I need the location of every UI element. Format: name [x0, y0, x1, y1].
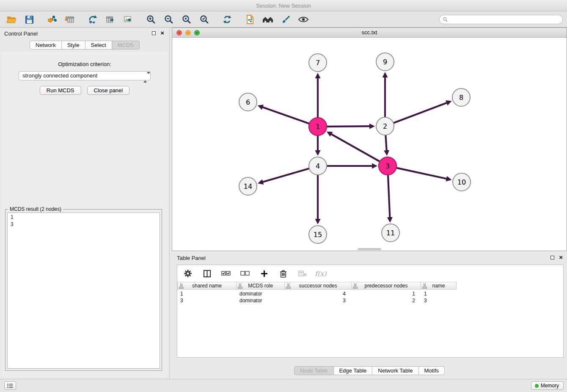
style-brush-button[interactable] [279, 13, 292, 26]
tab-network[interactable]: Network [30, 41, 62, 50]
arrowhead-1-7 [315, 73, 321, 78]
tab-select[interactable]: Select [85, 41, 112, 50]
save-session-button[interactable] [23, 13, 36, 26]
tab-mcds[interactable]: MCDS [112, 41, 140, 50]
import-network-button[interactable] [46, 13, 58, 26]
table-delete-icon [298, 270, 307, 277]
window-zoom-icon[interactable]: + [194, 30, 200, 36]
table-cell[interactable]: 3 [177, 298, 237, 304]
table-cell[interactable]: dominator [237, 291, 285, 297]
document-network-icon [245, 14, 255, 25]
node-label-15: 15 [314, 231, 322, 239]
control-panel-title: Control Panel [4, 30, 38, 37]
run-mcds-button[interactable]: Run MCDS [40, 86, 81, 95]
column-header-MCDS-role[interactable]: MCDS role [237, 282, 285, 290]
show-hide-button[interactable] [297, 13, 310, 26]
table-cell[interactable]: 3 [421, 298, 457, 304]
table-cell[interactable]: 1 [421, 291, 457, 297]
arrowhead-1-6 [258, 105, 264, 110]
mcds-result-list[interactable]: 1 3 [7, 213, 160, 369]
zoom-in-button[interactable] [145, 13, 157, 26]
table-cell[interactable]: 1 [177, 291, 237, 297]
create-column-button[interactable] [258, 267, 270, 280]
eye-icon [298, 14, 309, 25]
delete-column-button[interactable] [277, 267, 289, 280]
edge-1-2[interactable] [327, 126, 371, 127]
horizontal-scrollbar-thumb[interactable] [358, 248, 381, 250]
arrowhead-3-10 [446, 176, 451, 182]
mcds-result-group: MCDS result (2 nodes) 1 3 [5, 209, 162, 371]
unchecked-boxes-icon [240, 271, 250, 276]
search-input[interactable] [449, 16, 562, 23]
column-edit-icon [179, 284, 184, 290]
zoom-fit-button[interactable] [180, 13, 193, 26]
function-builder-button[interactable]: f(x) [315, 270, 326, 278]
column-header-predecessor-nodes[interactable]: predecessor nodes [352, 282, 421, 290]
image-export-icon [123, 14, 133, 25]
edge-3-1[interactable] [330, 134, 380, 162]
select-all-columns-button[interactable] [220, 267, 232, 280]
unselect-all-columns-button[interactable] [239, 267, 251, 280]
search-icon [443, 17, 448, 22]
table-row[interactable]: 1dominator411 [177, 290, 563, 297]
table-panel-header: Table Panel × [172, 252, 567, 264]
edge-2-8[interactable] [394, 102, 448, 123]
column-header-name[interactable]: name [421, 282, 457, 290]
control-panel: Control Panel × Network Style Select MCD… [0, 28, 170, 379]
home-icon [262, 14, 274, 25]
tab-edge-table[interactable]: Edge Table [333, 366, 372, 375]
edge-1-6[interactable] [261, 107, 309, 123]
table-cell[interactable]: dominator [237, 298, 285, 304]
new-network-button[interactable] [86, 13, 99, 26]
optimization-criterion-label: Optimization criterion: [2, 61, 168, 67]
show-task-history-button[interactable] [4, 381, 16, 390]
zoom-in-icon [146, 14, 156, 25]
table-cell[interactable]: 3 [285, 298, 352, 304]
table-settings-button[interactable] [182, 267, 194, 280]
column-header-shared-name[interactable]: shared name [177, 282, 237, 290]
table-row[interactable]: 3dominator323 [177, 297, 563, 304]
memory-button[interactable]: Memory [531, 381, 564, 390]
close-panel-button[interactable]: Close panel [87, 86, 130, 95]
paintbrush-icon [281, 14, 291, 25]
table-cell[interactable]: 2 [352, 298, 421, 304]
open-session-button[interactable] [5, 13, 18, 26]
edge-3-11[interactable] [388, 175, 390, 218]
close-panel-icon[interactable]: × [160, 29, 164, 37]
tab-network-table[interactable]: Network Table [372, 366, 418, 375]
column-header-successor-nodes[interactable]: successor nodes [285, 282, 352, 290]
network-document-button[interactable] [244, 13, 256, 26]
edge-4-14[interactable] [262, 168, 309, 182]
delete-table-button[interactable] [296, 267, 308, 280]
tab-style[interactable]: Style [62, 41, 85, 50]
window-minimize-icon[interactable]: − [185, 30, 191, 36]
edge-3-10[interactable] [396, 168, 447, 179]
window-close-icon[interactable]: × [176, 30, 182, 36]
import-table-button[interactable] [63, 13, 76, 26]
tab-motifs[interactable]: Motifs [418, 366, 445, 375]
optimization-criterion-select[interactable]: strongly connected component [19, 71, 151, 80]
table-cell[interactable]: 1 [352, 291, 421, 297]
float-panel-icon[interactable] [152, 31, 156, 35]
home-button[interactable] [261, 13, 274, 26]
network-view-window: × − + scc.txt 7968124314101511 [172, 28, 567, 251]
zoom-selected-button[interactable] [198, 13, 211, 26]
network-canvas[interactable]: 7968124314101511 [172, 38, 567, 251]
tab-node-table[interactable]: Node Table [294, 366, 334, 375]
edge-2-3[interactable] [385, 135, 386, 152]
table-float-panel-icon[interactable] [550, 256, 554, 259]
export-table-button[interactable] [104, 13, 117, 26]
refresh-icon [222, 14, 232, 25]
table-close-panel-icon[interactable]: × [559, 254, 563, 261]
column-label: MCDS role [248, 283, 273, 289]
column-edit-icon [422, 284, 427, 290]
dropdown-stepper-icon [143, 73, 148, 82]
window-title: Session: New Session [256, 3, 311, 9]
show-columns-button[interactable] [201, 267, 213, 280]
zoom-out-button[interactable] [162, 13, 175, 26]
export-image-button[interactable] [122, 13, 135, 26]
refresh-view-button[interactable] [221, 13, 234, 26]
node-label-7: 7 [316, 59, 320, 67]
table-cell[interactable]: 4 [285, 291, 352, 297]
column-edit-icon [286, 284, 291, 290]
